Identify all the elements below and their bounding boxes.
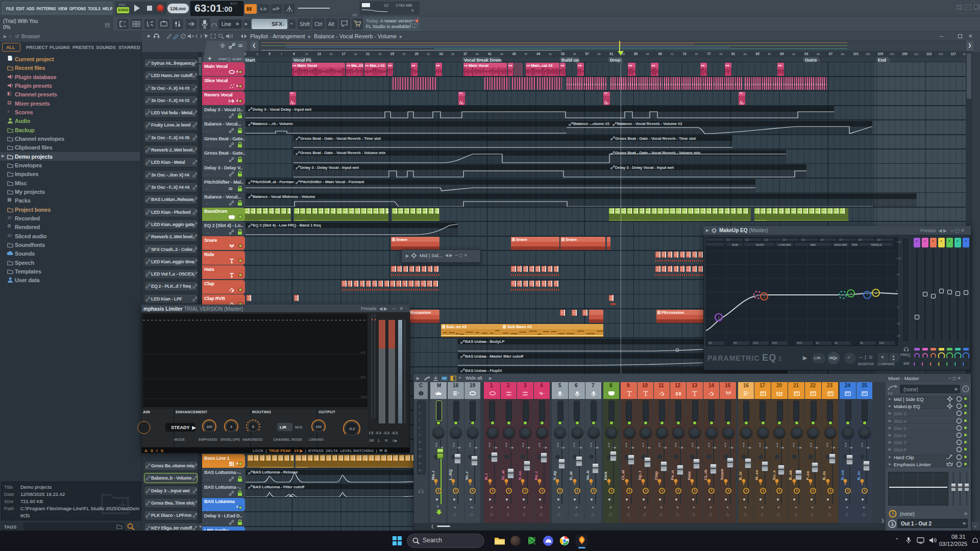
svg-text:3: 3 bbox=[763, 294, 766, 299]
svg-text:1: 1 bbox=[718, 315, 720, 320]
svg-text:6: 6 bbox=[252, 425, 254, 429]
svg-text:-0.3: -0.3 bbox=[349, 427, 355, 431]
svg-text:4: 4 bbox=[230, 425, 232, 429]
svg-text:4: 4 bbox=[875, 291, 877, 295]
svg-text:2: 2 bbox=[416, 19, 418, 22]
svg-text:100: 100 bbox=[206, 425, 212, 429]
svg-text:2: 2 bbox=[756, 293, 759, 297]
svg-text:6: 6 bbox=[842, 293, 844, 297]
svg-text:EQ: EQ bbox=[888, 392, 893, 395]
svg-text:100: 100 bbox=[315, 425, 322, 429]
svg-text:5: 5 bbox=[850, 291, 852, 296]
svg-text:7: 7 bbox=[866, 293, 869, 297]
